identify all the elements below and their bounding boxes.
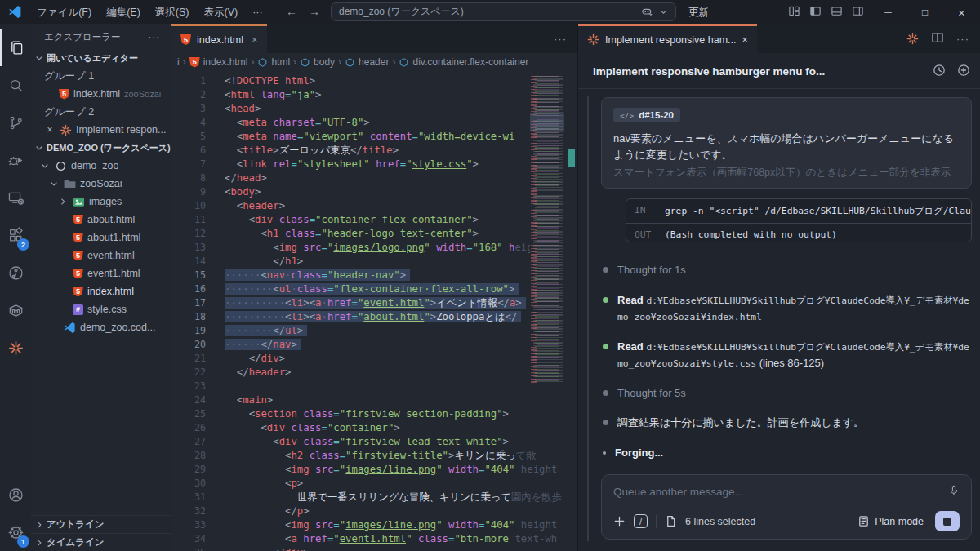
copilot-icon[interactable] xyxy=(641,6,653,18)
breadcrumb-item[interactable]: body xyxy=(300,56,335,68)
tab-index-html[interactable]: 5 index.html × xyxy=(172,24,267,53)
close-icon[interactable]: × xyxy=(44,124,56,136)
code-line-22[interactable]: 22 </header> xyxy=(172,366,577,380)
chevron-down-icon[interactable] xyxy=(659,7,668,16)
code-line-21[interactable]: 21 </div> xyxy=(172,352,577,366)
customize-layout-icon[interactable] xyxy=(788,5,800,20)
close-tab-icon[interactable]: × xyxy=(252,33,258,46)
editor-more-actions-icon[interactable]: ··· xyxy=(543,24,577,53)
tree-item-index-html[interactable]: 5index.html xyxy=(31,282,172,300)
update-menu-item[interactable]: 更新 xyxy=(688,0,709,24)
activity-item-gitlens-icon[interactable] xyxy=(0,254,31,291)
close-tab-icon[interactable]: × xyxy=(742,34,748,46)
activity-item-source-control-icon[interactable] xyxy=(0,104,31,141)
toggle-sidebar-right-icon[interactable] xyxy=(852,5,864,20)
menu-item-1[interactable]: 編集(E) xyxy=(99,0,148,24)
toggle-sidebar-left-icon[interactable] xyxy=(809,5,822,20)
breadcrumb-item[interactable]: 5index.html xyxy=(189,56,248,68)
tree-item-about-html[interactable]: 5about.html xyxy=(31,211,172,229)
bash-tool-block[interactable]: IN grep -n "<script" /d/Edbase/SKILLHUB/… xyxy=(626,198,972,242)
maximize-button[interactable]: □ xyxy=(906,0,943,24)
open-editor-implement-respon-[interactable]: ×Implement respon... xyxy=(31,121,172,139)
breadcrumb-item[interactable]: i xyxy=(177,56,180,68)
code-line-29[interactable]: 29 <img src="images/line.png" width="404… xyxy=(172,463,577,477)
activity-item-claude-icon[interactable] xyxy=(0,329,31,367)
code-line-16[interactable]: 16········<ul·class="flex-container·flex… xyxy=(172,282,577,296)
event-thought[interactable]: Thought for 5s xyxy=(603,385,972,402)
minimap[interactable] xyxy=(530,76,564,383)
code-reference-chip[interactable]: </> d#15-20 xyxy=(613,108,680,122)
code-line-10[interactable]: 10 <header> xyxy=(172,199,577,213)
code-line-34[interactable]: 34 <a href="event1.html" class="btn-more… xyxy=(172,532,577,546)
code-line-30[interactable]: 30 <p> xyxy=(172,477,577,491)
sidebar-more-icon[interactable]: ··· xyxy=(149,32,161,42)
code-line-12[interactable]: 12 <h1 class="header-logo text-center"> xyxy=(172,227,577,241)
menu-item-3[interactable]: 表示(V) xyxy=(196,0,245,24)
plan-mode-toggle[interactable]: Plan mode xyxy=(858,515,924,527)
command-center[interactable]: demo_zoo (ワークスペース) xyxy=(331,2,676,21)
history-clock-icon[interactable] xyxy=(933,64,946,79)
message-input-placeholder[interactable]: Queue another message... xyxy=(613,486,942,498)
code-line-35[interactable]: 35 </div> xyxy=(172,546,577,551)
tree-item-event1-html[interactable]: 5event1.html xyxy=(31,264,172,282)
code-line-32[interactable]: 32 </p> xyxy=(172,504,577,518)
split-editor-icon[interactable] xyxy=(931,31,944,47)
tab-claude-session[interactable]: Implement responsive ham... × xyxy=(578,24,757,53)
code-line-1[interactable]: 1<!DOCTYPE html> xyxy=(172,74,577,88)
activity-item-extensions-icon[interactable]: 2 xyxy=(0,216,31,254)
section-1[interactable]: タイムライン xyxy=(31,533,172,551)
code-line-5[interactable]: 5 <meta name="viewport" content="width=d… xyxy=(172,130,577,144)
code-line-9[interactable]: 9<body> xyxy=(172,185,577,199)
message-input-box[interactable]: Queue another message... / 6 lines selec… xyxy=(601,474,972,540)
workspace-header[interactable]: DEMO_ZOO (ワークスペース) xyxy=(31,139,172,157)
tree-item-zoosozai[interactable]: zooSozai xyxy=(31,175,172,193)
code-line-6[interactable]: 6 <title>ズーロッパ東京</title> xyxy=(172,144,577,158)
activity-item-settings-icon[interactable]: 1 xyxy=(0,513,31,551)
code-line-19[interactable]: 19········</ul> xyxy=(172,324,577,338)
toggle-panel-icon[interactable] xyxy=(831,5,843,20)
user-message[interactable]: </> d#15-20 nav要素のメニューを、スマホ幅の場合はハンバーガーメニ… xyxy=(601,97,972,189)
tree-item-demo-zoo-cod-[interactable]: demo_zoo.cod... xyxy=(31,318,172,336)
breadcrumb-item[interactable]: div.container.flex-container xyxy=(399,56,528,68)
code-line-25[interactable]: 25 <section class="firstview section-pad… xyxy=(172,407,577,421)
code-line-3[interactable]: 3<head> xyxy=(172,102,577,116)
code-line-4[interactable]: 4 <meta charset="UTF-8"> xyxy=(172,116,577,130)
code-line-15[interactable]: 15······<nav·class="header-nav"> xyxy=(172,269,577,282)
code-line-24[interactable]: 24 <main> xyxy=(172,393,577,407)
event-read[interactable]: Read d:¥Edbase¥SKILLHUB¥Skillhubブログ¥Clau… xyxy=(603,339,972,371)
minimize-button[interactable]: ─ xyxy=(870,0,906,24)
menu-item-4[interactable]: ··· xyxy=(245,0,270,24)
code-line-23[interactable]: 23 xyxy=(172,380,577,393)
forward-arrow[interactable]: → xyxy=(305,0,324,24)
activity-item-containers-icon[interactable] xyxy=(0,291,31,329)
code-line-33[interactable]: 33 <img src="images/line.png" width="404… xyxy=(172,518,577,532)
code-line-27[interactable]: 27 <div class="firstview-lead text-white… xyxy=(172,435,577,449)
tree-item-demo-zoo[interactable]: demo_zoo xyxy=(31,157,172,175)
slash-command-icon[interactable]: / xyxy=(634,514,648,528)
tree-item-about1-html[interactable]: 5about1.html xyxy=(31,229,172,247)
activity-item-remote-icon[interactable] xyxy=(0,179,31,216)
code-area[interactable]: 1<!DOCTYPE html>2<html lang="ja">3<head>… xyxy=(172,71,577,551)
menu-item-0[interactable]: ファイル(F) xyxy=(29,0,99,24)
event-read[interactable]: Read d:¥Edbase¥SKILLHUB¥Skillhubブログ¥Clau… xyxy=(603,292,972,325)
open-editors-header[interactable]: 開いているエディター xyxy=(31,49,172,67)
code-line-20[interactable]: 20······</nav> xyxy=(172,338,577,352)
code-line-8[interactable]: 8</head> xyxy=(172,171,577,185)
panel-more-actions-icon[interactable]: ··· xyxy=(956,33,969,45)
add-attachment-icon[interactable] xyxy=(613,515,626,527)
code-line-7[interactable]: 7 <link rel="stylesheet" href="style.css… xyxy=(172,158,577,171)
event-thought[interactable]: Thought for 1s xyxy=(603,262,972,278)
tree-item-event-html[interactable]: 5event.html xyxy=(31,247,172,264)
tree-item-images[interactable]: images xyxy=(31,193,172,211)
code-line-31[interactable]: 31 世界で一番スリリングな冒険、キリンに乗って園内を散歩 xyxy=(172,491,577,504)
breadcrumb[interactable]: i›5index.html›html›body›header›div.conta… xyxy=(172,53,577,71)
code-line-26[interactable]: 26 <div class="container"> xyxy=(172,421,577,435)
section-0[interactable]: アウトライン xyxy=(31,515,172,533)
claude-icon[interactable] xyxy=(906,33,919,45)
code-line-18[interactable]: 18··········<li><a·href="about.html">Zoo… xyxy=(172,310,577,324)
menu-item-2[interactable]: 選択(S) xyxy=(148,0,197,24)
close-button[interactable]: × xyxy=(943,0,980,24)
activity-item-explorer-icon[interactable] xyxy=(0,29,31,66)
breadcrumb-item[interactable]: header xyxy=(345,56,389,68)
back-arrow[interactable]: ← xyxy=(282,0,301,24)
